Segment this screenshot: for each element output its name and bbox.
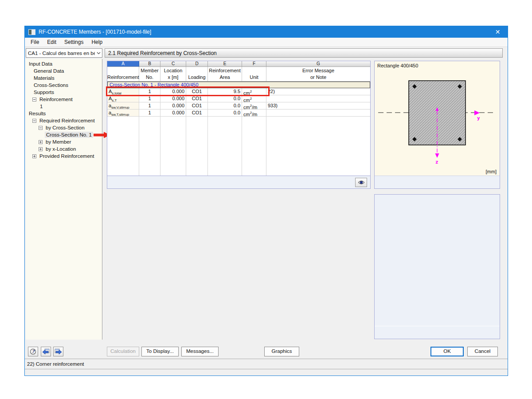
column-letter-g[interactable]: G — [266, 61, 370, 67]
details-footer-strip — [375, 326, 500, 339]
ok-button[interactable]: OK — [430, 347, 464, 356]
tree-item-cross-section-no-1[interactable]: Cross-Section No. 1 — [26, 131, 102, 138]
tree-item-provided-reinforcement[interactable]: Provided Reinforcement — [26, 153, 102, 160]
cell-note: 22) — [266, 88, 370, 95]
menu-file[interactable]: File — [27, 38, 43, 47]
cell-member-no: 1 — [139, 102, 160, 109]
graphic-title: Rectangle 400/450 — [377, 63, 418, 68]
tree-item-reinforcement[interactable]: Reinforcement — [26, 96, 102, 103]
next-table-button[interactable] — [53, 347, 63, 356]
column-letter-f[interactable]: F — [242, 61, 266, 67]
header-location: Locationx [m] — [160, 67, 186, 81]
header-unit: Unit — [242, 67, 266, 81]
tree-item-by-x-location[interactable]: by x-Location — [26, 145, 102, 153]
table-row[interactable]: asw,V,stirrup 1 0.000 CO1 0.0 cm2/m 933) — [107, 102, 370, 110]
column-letter-d[interactable]: D — [186, 61, 208, 67]
cell-location: 0.000 — [160, 102, 186, 109]
tree-item-results[interactable]: Results — [26, 110, 102, 117]
expand-icon[interactable] — [39, 147, 43, 151]
table-header-row: Reinforcement MemberNo. Locationx [m] Lo… — [107, 67, 370, 82]
table-row[interactable]: As,T 1 0.000 CO1 0.0 cm2 — [107, 95, 370, 102]
annotation-highlight-rect — [106, 86, 270, 96]
tree-item-general-data[interactable]: General Data — [26, 67, 102, 74]
details-panel — [374, 194, 500, 339]
help-button[interactable]: ? — [28, 347, 38, 356]
table-row[interactable]: asw,T,stirrup 1 0.000 CO1 0.0 cm2/m — [107, 110, 370, 117]
cross-section-drawing: y z Rectangle 400/450 [mm] — [375, 61, 500, 176]
tree-item-cross-sections[interactable]: Cross-Sections — [26, 82, 102, 89]
cell-area: 0.0 — [208, 102, 242, 109]
y-axis-label: y — [477, 115, 480, 121]
status-bar: 22) Corner reinforcement — [25, 359, 508, 369]
graphics-button[interactable]: Graphics — [264, 347, 299, 356]
collapse-icon[interactable] — [32, 119, 36, 123]
collapse-icon[interactable] — [32, 98, 36, 102]
arrow-left-window-icon — [42, 348, 50, 355]
graphic-unit-label: [mm] — [486, 169, 497, 174]
app-icon — [28, 29, 35, 35]
tree-item-input-data[interactable]: Input Data — [26, 60, 102, 67]
design-case-value: CA1 - Calcul des barres en béto — [28, 51, 95, 56]
menu-edit[interactable]: Edit — [43, 38, 60, 47]
cell-reinforcement-type: asw,V,stirrup — [107, 102, 139, 109]
to-display-button[interactable]: To Display... — [141, 347, 179, 356]
section-caption: 2.1 Required Reinforcement by Cross-Sect… — [105, 48, 503, 58]
calculation-button: Calculation — [107, 347, 139, 356]
column-letter-b[interactable]: B — [139, 61, 160, 67]
status-text: 22) Corner reinforcement — [27, 361, 84, 367]
expand-icon[interactable] — [32, 154, 36, 158]
graphic-footer-strip — [375, 176, 500, 188]
tree-item-by-member[interactable]: by Member — [26, 138, 102, 145]
previous-table-button[interactable] — [41, 347, 51, 356]
collapse-icon[interactable] — [39, 126, 43, 130]
eye-icon — [358, 180, 365, 185]
table-footer-strip — [107, 176, 370, 188]
cell-note: 933) — [266, 102, 370, 109]
tree-item-supports[interactable]: Supports — [26, 89, 102, 96]
cross-section-svg: y z — [375, 61, 500, 175]
cell-loading: CO1 — [186, 102, 208, 109]
results-table-panel: A B C D E F G Reinforcement MemberNo. Lo… — [107, 61, 371, 189]
column-letter-c[interactable]: C — [160, 61, 186, 67]
y-axis-arrow-icon — [474, 110, 480, 115]
cell-area: 0.0 — [208, 110, 242, 116]
header-reinforcement-area: ReinforcementArea — [208, 67, 242, 81]
cancel-button[interactable]: Cancel — [467, 347, 498, 356]
close-icon[interactable]: ✕ — [488, 26, 508, 38]
tree-item-by-cross-section[interactable]: by Cross-Section — [26, 124, 102, 131]
cell-note — [266, 95, 370, 102]
column-letter-e[interactable]: E — [208, 61, 242, 67]
cell-unit: cm2 — [242, 95, 266, 102]
help-icon: ? — [30, 348, 36, 355]
tree-item-required-reinforcement[interactable]: Required Reinforcement — [26, 117, 102, 124]
chevron-down-icon — [95, 52, 102, 55]
menu-help[interactable]: Help — [87, 38, 106, 47]
cell-location: 0.000 — [160, 110, 186, 116]
z-axis-label: z — [435, 159, 438, 165]
tree-item-reinforcement-1[interactable]: 1 — [26, 103, 102, 110]
cell-member-no: 1 — [139, 110, 160, 116]
table-empty-area — [107, 117, 370, 176]
menu-bar: File Edit Settings Help — [25, 38, 508, 47]
column-letter-a[interactable]: A — [107, 61, 139, 67]
menu-settings[interactable]: Settings — [60, 38, 87, 47]
arrow-right-window-icon — [55, 348, 62, 355]
cell-loading: CO1 — [186, 95, 208, 102]
cell-reinforcement-type: asw,T,stirrup — [107, 110, 139, 116]
cell-loading: CO1 — [186, 110, 208, 116]
rf-concrete-members-dialog: RF-CONCRETE Members - [001710-model-file… — [24, 26, 508, 376]
cell-unit: cm2/m — [242, 110, 266, 116]
cell-reinforcement-type: As,T — [107, 95, 139, 102]
view-mode-button[interactable] — [355, 178, 367, 187]
cell-area: 0.0 — [208, 95, 242, 102]
messages-button[interactable]: Messages... — [181, 347, 219, 356]
navigator-tree: Input Data General Data Materials Cross-… — [26, 59, 102, 340]
expand-icon[interactable] — [39, 140, 43, 144]
window-title: RF-CONCRETE Members - [001710-model-file… — [39, 29, 151, 35]
header-error-message: Error Messageor Note — [266, 67, 370, 81]
design-case-select[interactable]: CA1 - Calcul des barres en béto — [26, 48, 102, 58]
title-bar: RF-CONCRETE Members - [001710-model-file… — [25, 26, 508, 38]
cell-unit: cm2/m — [242, 102, 266, 109]
cell-note — [266, 110, 370, 116]
tree-item-materials[interactable]: Materials — [26, 74, 102, 82]
